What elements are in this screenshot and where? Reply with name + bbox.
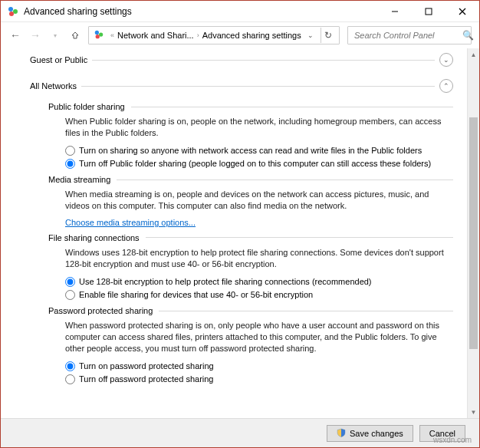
radio-enc-40-56[interactable]	[65, 290, 75, 300]
titlebar: Advanced sharing settings	[1, 1, 479, 22]
svg-point-8	[99, 32, 103, 36]
search-input[interactable]	[353, 30, 462, 41]
profile-header-guest[interactable]: Guest or Public ⌄	[30, 50, 453, 70]
back-button[interactable]: ←	[8, 28, 22, 42]
scroll-down-icon[interactable]: ▼	[468, 406, 479, 418]
svg-point-1	[13, 9, 18, 14]
profile-label-all: All Networks	[30, 81, 77, 91]
radio-enc-128[interactable]	[65, 277, 75, 287]
breadcrumb-segment-current[interactable]: Advanced sharing settings	[202, 31, 301, 40]
search-icon[interactable]: 🔍	[462, 30, 474, 41]
section-file-sharing-connections: File sharing connections Windows uses 12…	[48, 233, 453, 300]
profile-label-guest: Guest or Public	[30, 55, 87, 64]
option-pfs-off[interactable]: Turn off Public folder sharing (people l…	[65, 158, 453, 169]
section-desc: Windows uses 128-bit encryption to help …	[65, 247, 453, 270]
scrollbar[interactable]: ▲ ▼	[467, 48, 479, 418]
forward-button[interactable]: →	[28, 28, 42, 42]
chevron-down-icon[interactable]: ⌄	[439, 53, 453, 67]
divider	[159, 311, 453, 311]
scroll-up-icon[interactable]: ▲	[468, 48, 479, 61]
option-enc-40-56[interactable]: Enable file sharing for devices that use…	[65, 289, 453, 300]
option-enc-128[interactable]: Use 128-bit encryption to help protect f…	[65, 276, 453, 287]
maximize-button[interactable]	[412, 1, 445, 21]
network-sharing-icon	[94, 29, 104, 42]
section-desc: When media streaming is on, people and d…	[65, 189, 453, 212]
option-label: Turn off password protected sharing	[79, 374, 213, 384]
radio-pps-off[interactable]	[65, 374, 75, 384]
profile-header-all[interactable]: All Networks ⌃	[30, 76, 453, 96]
footer: Save changes Cancel	[1, 418, 479, 447]
section-media-streaming: Media streaming When media streaming is …	[48, 175, 453, 227]
divider	[131, 107, 453, 107]
profile-all-networks: All Networks ⌃ Public folder sharing Whe…	[30, 76, 453, 384]
option-label: Use 128-bit encryption to help protect f…	[79, 276, 372, 287]
network-sharing-icon	[7, 5, 19, 18]
section-desc: When password protected sharing is on, o…	[65, 320, 453, 354]
shield-icon	[337, 428, 346, 439]
option-label: Turn on password protected sharing	[79, 361, 214, 371]
option-label: Turn on sharing so anyone with network a…	[79, 145, 422, 156]
option-pfs-on[interactable]: Turn on sharing so anyone with network a…	[65, 145, 453, 156]
navbar: ← → ▾ « Network and Shari... › Advanced …	[1, 22, 479, 48]
content-wrap: Guest or Public ⌄ All Networks ⌃ Public …	[1, 48, 479, 418]
section-public-folder-sharing: Public folder sharing When Public folder…	[48, 102, 453, 169]
svg-point-7	[95, 30, 99, 34]
save-changes-button[interactable]: Save changes	[327, 425, 413, 442]
divider	[146, 237, 453, 238]
content: Guest or Public ⌄ All Networks ⌃ Public …	[1, 48, 467, 418]
minimize-button[interactable]	[378, 1, 412, 21]
section-desc: When Public folder sharing is on, people…	[65, 116, 453, 139]
radio-pps-on[interactable]	[65, 361, 75, 371]
close-button[interactable]	[445, 1, 479, 21]
breadcrumb-segment-parent[interactable]: Network and Shari...	[117, 31, 194, 40]
svg-point-9	[96, 35, 100, 38]
breadcrumb-dropdown[interactable]: ⌄	[305, 30, 316, 41]
scrollbar-thumb[interactable]	[469, 117, 478, 349]
svg-rect-4	[426, 8, 432, 15]
section-title: File sharing connections	[48, 233, 140, 242]
watermark: wsxdn.com	[433, 436, 472, 444]
chevron-left-icon: «	[110, 31, 114, 39]
option-pps-on[interactable]: Turn on password protected sharing	[65, 361, 453, 371]
media-streaming-link[interactable]: Choose media streaming options...	[65, 218, 453, 227]
up-button[interactable]	[68, 28, 82, 42]
window-title: Advanced sharing settings	[24, 6, 378, 17]
save-label: Save changes	[350, 429, 403, 438]
chevron-up-icon[interactable]: ⌃	[439, 79, 453, 93]
window: Advanced sharing settings ← → ▾ « Networ…	[0, 0, 480, 448]
profile-guest-public: Guest or Public ⌄	[30, 50, 453, 70]
chevron-right-icon: ›	[197, 31, 199, 39]
svg-point-2	[9, 12, 14, 16]
section-password-protected-sharing: Password protected sharing When password…	[48, 306, 453, 384]
breadcrumb[interactable]: « Network and Shari... › Advanced sharin…	[88, 26, 340, 44]
refresh-button[interactable]: ↻	[321, 28, 336, 43]
divider	[81, 86, 435, 87]
search-box[interactable]: 🔍	[347, 26, 472, 44]
radio-pfs-off[interactable]	[65, 159, 75, 169]
option-label: Enable file sharing for devices that use…	[79, 289, 313, 300]
divider	[92, 60, 435, 61]
svg-point-0	[8, 7, 13, 12]
section-title: Password protected sharing	[48, 306, 153, 315]
recent-dropdown[interactable]: ▾	[48, 28, 62, 42]
divider	[117, 180, 453, 180]
window-buttons	[378, 1, 479, 21]
option-pps-off[interactable]: Turn off password protected sharing	[65, 374, 453, 384]
section-title: Public folder sharing	[48, 102, 125, 111]
section-title: Media streaming	[48, 175, 110, 184]
option-label: Turn off Public folder sharing (people l…	[79, 158, 431, 169]
radio-pfs-on[interactable]	[65, 146, 75, 156]
